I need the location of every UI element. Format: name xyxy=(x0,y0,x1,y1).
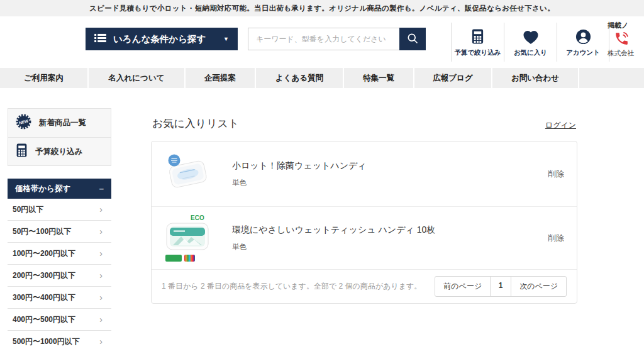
product-info: 小ロット！除菌ウェットハンディ 単色 xyxy=(232,160,367,187)
prev-page-button[interactable]: 前のページ xyxy=(435,277,490,296)
price-item-label: 300円〜400円以下 xyxy=(13,292,75,303)
sidebar-new-products-label: 新着商品一覧 xyxy=(39,118,86,128)
nav-item-faq[interactable]: よくある質問 xyxy=(256,68,343,88)
eco-mark-badge-icon xyxy=(165,255,182,262)
page-title: お気に入りリスト xyxy=(152,116,239,131)
list-footer: 1 番目から 2 番目の商品を表示しています。全部で 2 個の商品があります。 … xyxy=(152,270,577,303)
price-item-label: 100円〜200円以下 xyxy=(13,248,75,259)
price-item-300-400[interactable]: 300円〜400円以下 › xyxy=(8,287,111,309)
pagination: 前のページ 1 次のページ xyxy=(435,276,567,297)
nav-item-contact[interactable]: お問い合わせ xyxy=(492,68,578,88)
contact-top-text: 掲載ノ xyxy=(608,21,644,30)
calculator-icon xyxy=(15,143,28,160)
main-header-row: お気に入りリスト ログイン xyxy=(151,116,577,131)
budget-filter-label: 予算で絞り込み xyxy=(454,48,501,57)
sidebar-item-budget-filter[interactable]: 予算絞り込み xyxy=(8,137,111,165)
sidebar-item-new-products[interactable]: NEW 新着商品一覧 xyxy=(8,109,111,137)
sidebar-quick-box: NEW 新着商品一覧 予算絞り込み xyxy=(8,108,111,166)
chevron-right-icon: › xyxy=(99,292,103,302)
nav-item-blog[interactable]: 広報ブログ xyxy=(414,68,491,88)
product-image[interactable] xyxy=(164,222,211,253)
list-icon xyxy=(94,33,106,45)
next-page-button[interactable]: 次のページ xyxy=(511,277,566,296)
favorite-item-row: ECO xyxy=(152,207,577,270)
header: いろんな条件から探す ▼ xyxy=(0,16,644,68)
page: スピード見積もりで小ロット・短納期対応可能。当日出荷も承ります。オリジナル商品の… xyxy=(0,0,644,349)
phone-icon xyxy=(614,31,644,49)
promo-banner: スピード見積もりで小ロット・短納期対応可能。当日出荷も承ります。オリジナル商品の… xyxy=(0,0,644,16)
price-item-label: 50円以下 xyxy=(13,204,43,215)
sdgs-badge-icon xyxy=(184,255,195,262)
product-image[interactable] xyxy=(164,152,212,196)
product-color-note: 単色 xyxy=(232,178,367,187)
calculator-icon xyxy=(470,25,485,45)
price-item-500-1000[interactable]: 500円〜1000円以下 › xyxy=(8,331,111,349)
product-color-note: 単色 xyxy=(232,242,435,252)
remove-favorite-link[interactable]: 削除 xyxy=(548,233,564,244)
account-icon xyxy=(575,25,591,45)
price-item-label: 400円〜500円以下 xyxy=(13,314,75,325)
chevron-right-icon: › xyxy=(99,314,103,324)
price-item-label: 50円〜100円以下 xyxy=(13,226,71,237)
search-conditions-label: いろんな条件から探す xyxy=(113,33,206,45)
price-range-title: 価格帯から探す xyxy=(15,184,70,194)
heart-icon xyxy=(523,25,539,45)
product-info: 環境にやさしいウェットティッシュ ハンディ 10枚 単色 xyxy=(232,224,435,252)
price-item-label: 500円〜1000円以下 xyxy=(13,336,80,347)
nav-filler xyxy=(579,68,644,88)
sidebar: NEW 新着商品一覧 予算絞り込み 価格帯 xyxy=(8,108,111,349)
main-nav: ご利用案内 名入れについて 企画提案 よくある質問 特集一覧 広報ブログ お問い… xyxy=(0,68,644,88)
budget-filter-button[interactable]: 予算で絞り込み xyxy=(451,23,504,62)
account-label: アカウント xyxy=(566,48,600,57)
results-summary: 1 番目から 2 番目の商品を表示しています。全部で 2 個の商品があります。 xyxy=(162,281,421,292)
remove-favorite-link[interactable]: 削除 xyxy=(548,169,564,180)
search-icon xyxy=(406,32,419,47)
chevron-right-icon: › xyxy=(99,248,103,258)
nav-item-features[interactable]: 特集一覧 xyxy=(344,68,413,88)
eco-label: ECO xyxy=(191,214,204,221)
favorite-item-row: 小ロット！除菌ウェットハンディ 単色 削除 xyxy=(152,141,577,207)
price-item-label: 200円〜300円以下 xyxy=(13,270,75,281)
certification-badges xyxy=(165,255,195,262)
chevron-down-icon: ▼ xyxy=(223,36,229,42)
search-button[interactable] xyxy=(399,28,426,50)
search-conditions-button[interactable]: いろんな条件から探す ▼ xyxy=(86,28,238,50)
price-range-section-header[interactable]: 価格帯から探す − xyxy=(8,179,111,199)
account-button[interactable]: アカウント xyxy=(557,23,609,62)
chevron-right-icon: › xyxy=(99,226,103,236)
product-name[interactable]: 環境にやさしいウェットティッシュ ハンディ 10枚 xyxy=(232,224,435,236)
search-input[interactable] xyxy=(248,28,399,50)
favorites-list-card: 小ロット！除菌ウェットハンディ 単色 削除 ECO xyxy=(151,141,577,304)
nav-item-naire[interactable]: 名入れについて xyxy=(89,68,184,88)
price-item-50-100[interactable]: 50円〜100円以下 › xyxy=(8,221,111,243)
login-link[interactable]: ログイン xyxy=(545,120,576,131)
product-image-column: ECO xyxy=(164,214,219,262)
price-item-400-500[interactable]: 400円〜500円以下 › xyxy=(8,309,111,331)
collapse-minus-icon: − xyxy=(99,184,104,194)
contact-info: 掲載ノ 株式会社 xyxy=(608,21,644,58)
favorites-label: お気に入り xyxy=(514,48,547,57)
chevron-right-icon: › xyxy=(99,336,103,346)
favorites-button[interactable]: お気に入り xyxy=(504,23,557,62)
sidebar-budget-filter-label: 予算絞り込み xyxy=(35,147,83,157)
chevron-right-icon: › xyxy=(99,204,103,214)
chevron-right-icon: › xyxy=(99,270,103,280)
product-name[interactable]: 小ロット！除菌ウェットハンディ xyxy=(232,160,367,172)
current-page-indicator: 1 xyxy=(490,277,511,296)
nav-item-proposal[interactable]: 企画提案 xyxy=(186,68,255,88)
price-range-list: 50円以下 › 50円〜100円以下 › 100円〜200円以下 › 200円〜… xyxy=(8,199,111,349)
search-bar xyxy=(248,28,426,50)
contact-company-text: 株式会社 xyxy=(608,49,644,58)
price-item-100-200[interactable]: 100円〜200円以下 › xyxy=(8,243,111,265)
product-image-column xyxy=(164,152,219,196)
main-content: お気に入りリスト ログイン xyxy=(151,116,577,304)
price-item-200-300[interactable]: 200円〜300円以下 › xyxy=(8,265,111,287)
header-quick-links: 予算で絞り込み お気に入り アカウント xyxy=(451,23,609,62)
new-badge-icon: NEW xyxy=(15,113,32,133)
price-item-under-50[interactable]: 50円以下 › xyxy=(8,199,111,221)
nav-item-guide[interactable]: ご利用案内 xyxy=(0,68,87,88)
